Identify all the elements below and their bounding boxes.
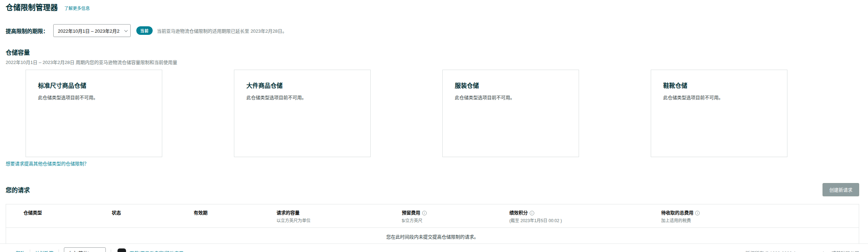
column-header-status: 状态 <box>108 204 190 228</box>
storage-card-oversize: 大件商品仓储 此仓储类型选项目前不可用。 <box>234 70 371 157</box>
column-header-storage-type: 仓储类型 <box>6 204 108 228</box>
column-header-total-fee: 待收取的总费用 加上适用的税费 <box>657 204 859 228</box>
column-header-requested-capacity: 请求的容量 以立方英尺为单位 <box>273 204 398 228</box>
column-header-reservation-fee: 预留费用 $/立方英尺 <box>398 204 506 228</box>
storage-card-apparel: 服装仓储 此仓储类型选项目前不可用。 <box>442 70 579 157</box>
column-header-validity: 有效期 <box>190 204 273 228</box>
page-header: 仓储限制管理器 了解更多信息 <box>6 3 859 12</box>
requests-table: 仓储类型 状态 有效期 请求的容量 以立方英尺为单位 预留费用 $/立方英尺 绩 <box>6 204 859 246</box>
storage-card-grid: 标准尺寸商品仓储 此仓储类型选项目前不可用。 大件商品仓储 此仓储类型选项目前不… <box>26 70 859 157</box>
column-header-performance-credits: 绩效积分 (截至 2023年1月5日 00:02 ) <box>506 204 658 228</box>
period-select[interactable]: 2022年10月1日 – 2023年2月2 <box>53 24 131 37</box>
info-circle-icon[interactable] <box>695 211 700 215</box>
requests-table-header-row: 仓储类型 状态 有效期 请求的容量 以立方英尺为单位 预留费用 $/立方英尺 绩 <box>6 204 859 228</box>
empty-state-row: 您在此时间段内未提交提高仓储限制的请求。 <box>6 228 859 246</box>
column-subheader: $/立方英尺 <box>402 217 502 223</box>
chevron-down-icon <box>99 251 103 252</box>
column-subheader: 加上适用的税费 <box>661 217 855 223</box>
capacity-subtitle: 2022年10月1日 – 2023年2月28日 周期内您的亚马逊物流仓储容量限制… <box>6 59 859 65</box>
create-new-request-button[interactable]: 创建新请求 <box>823 183 859 196</box>
footer-divider <box>111 250 111 252</box>
storage-card-message: 此仓储类型选项目前不可用。 <box>455 94 567 101</box>
language-select-value: 中文(简体) <box>68 250 89 252</box>
footer-links: 帮助 计划政策 中文(简体) 下载“亚马逊卖家”移动应用 <box>11 247 184 252</box>
current-badge: 当前 <box>136 26 153 35</box>
storage-card-standard: 标准尺寸商品仓储 此仓储类型选项目前不可用。 <box>26 70 162 157</box>
learn-more-link[interactable]: 了解更多信息 <box>64 5 90 11</box>
storage-card-title: 大件商品仓储 <box>246 81 358 90</box>
storage-card-message: 此仓储类型选项目前不可用。 <box>246 94 358 101</box>
storage-card-footwear: 鞋靴仓储 此仓储类型选项目前不可用。 <box>651 70 787 157</box>
requests-heading: 您的请求 <box>6 185 30 194</box>
footer-help-link[interactable]: 帮助 <box>11 247 30 252</box>
storage-card-title: 服装仓储 <box>455 81 567 90</box>
copyright-text: 版权所有 © 1999-2023 Amazon.com, Inc. 或其附属公司 <box>746 250 859 252</box>
period-row: 提高限制的期限： 2022年10月1日 – 2023年2月2 当前 当前亚马逊物… <box>6 24 859 37</box>
page-title: 仓储限制管理器 <box>6 3 58 12</box>
footer-divider <box>59 250 59 252</box>
chevron-down-icon <box>124 28 128 32</box>
other-storage-types-link[interactable]: 想要请求提高其他仓储类型的仓储限制？ <box>6 160 89 167</box>
storage-card-title: 标准尺寸商品仓储 <box>38 81 150 90</box>
storage-card-title: 鞋靴仓储 <box>663 81 775 90</box>
page-footer: 帮助 计划政策 中文(简体) 下载“亚马逊卖家”移动应用 版权所有 © 1999… <box>0 243 868 252</box>
requests-header: 您的请求 创建新请求 <box>6 183 859 196</box>
storage-card-message: 此仓储类型选项目前不可用。 <box>38 94 150 101</box>
capacity-heading: 仓储容量 <box>6 48 859 57</box>
info-circle-icon[interactable] <box>422 211 427 215</box>
language-select[interactable]: 中文(简体) <box>64 247 106 252</box>
empty-state-message: 您在此时间段内未提交提高仓储限制的请求。 <box>6 228 859 246</box>
period-label: 提高限制的期限： <box>6 27 48 34</box>
storage-card-message: 此仓储类型选项目前不可用。 <box>663 94 775 101</box>
footer-policies-link[interactable]: 计划政策 <box>30 247 59 252</box>
storage-limit-manager-page: 仓储限制管理器 了解更多信息 提高限制的期限： 2022年10月1日 – 202… <box>0 0 868 252</box>
amazon-seller-app-icon <box>118 248 126 252</box>
column-subheader: (截至 2023年1月5日 00:02 ) <box>509 217 654 223</box>
period-select-value: 2022年10月1日 – 2023年2月2 <box>58 27 119 34</box>
period-note: 当前亚马逊物流仓储限制的适用期限已延长至 2023年2月28日。 <box>157 27 287 34</box>
download-seller-app-link[interactable]: 下载“亚马逊卖家”移动应用 <box>130 250 184 252</box>
column-subheader: 以立方英尺为单位 <box>277 217 395 223</box>
info-circle-icon[interactable] <box>530 211 534 215</box>
